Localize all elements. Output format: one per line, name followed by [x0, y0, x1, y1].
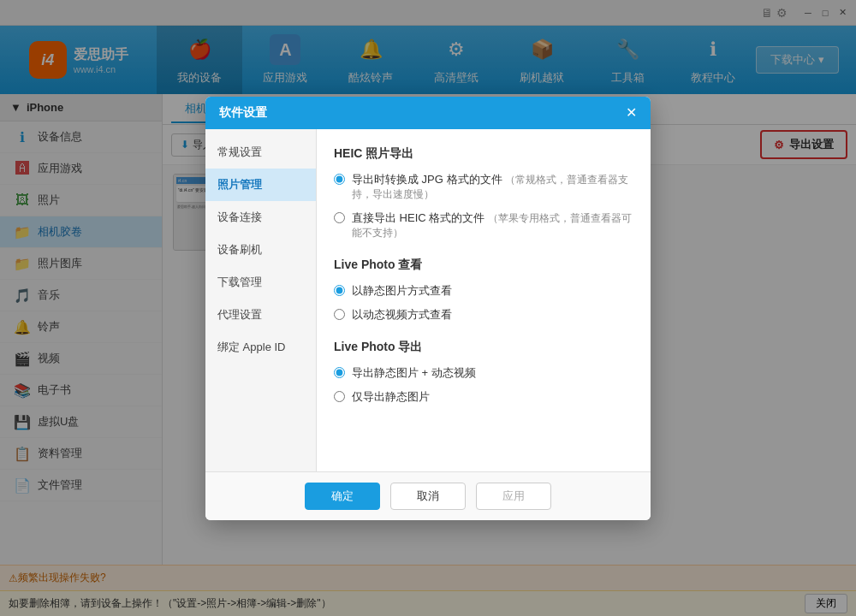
live-view-static[interactable]: 以静态图片方式查看 [334, 283, 633, 299]
live-view-static-label: 以静态图片方式查看 [352, 283, 452, 299]
modal-sidebar-device-connect[interactable]: 设备连接 [205, 201, 316, 234]
live-export-both-radio[interactable] [334, 367, 345, 378]
live-export-static-radio[interactable] [334, 391, 345, 402]
modal-content: HEIC 照片导出 导出时转换成 JPG 格式的文件 （常规格式，普通查看器支持… [317, 129, 651, 471]
heic-option-jpg[interactable]: 导出时转换成 JPG 格式的文件 （常规格式，普通查看器支持，导出速度慢） [334, 172, 633, 202]
modal-footer: 确定 取消 应用 [205, 471, 651, 520]
heic-heic-label: 直接导出 HEIC 格式的文件 （苹果专用格式，普通查看器可能不支持） [352, 210, 633, 240]
modal-title: 软件设置 [219, 105, 267, 121]
modal-sidebar-device-flash[interactable]: 设备刷机 [205, 234, 316, 266]
modal-overlay[interactable]: 软件设置 ✕ 常规设置 照片管理 设备连接 设备刷机 下载管理 代理设置 绑定 … [0, 0, 856, 616]
heic-section: HEIC 照片导出 导出时转换成 JPG 格式的文件 （常规格式，普通查看器支持… [334, 146, 633, 240]
live-view-dynamic-radio[interactable] [334, 309, 345, 320]
cancel-button[interactable]: 取消 [390, 483, 466, 510]
modal-sidebar-proxy[interactable]: 代理设置 [205, 299, 316, 331]
modal-sidebar-general[interactable]: 常规设置 [205, 136, 316, 169]
modal-sidebar: 常规设置 照片管理 设备连接 设备刷机 下载管理 代理设置 绑定 Apple I… [205, 129, 317, 471]
live-export-static[interactable]: 仅导出静态图片 [334, 389, 633, 405]
live-export-static-label: 仅导出静态图片 [352, 389, 430, 405]
live-export-both-label: 导出静态图片 + 动态视频 [352, 365, 476, 381]
modal-header: 软件设置 ✕ [205, 97, 651, 129]
live-view-radio-group: 以静态图片方式查看 以动态视频方式查看 [334, 283, 633, 323]
heic-option-heic[interactable]: 直接导出 HEIC 格式的文件 （苹果专用格式，普通查看器可能不支持） [334, 210, 633, 240]
live-export-both[interactable]: 导出静态图片 + 动态视频 [334, 365, 633, 381]
modal-sidebar-apple-id[interactable]: 绑定 Apple ID [205, 331, 316, 364]
modal-close-button[interactable]: ✕ [626, 106, 637, 120]
live-export-section: Live Photo 导出 导出静态图片 + 动态视频 仅导出静态图片 [334, 340, 633, 405]
live-view-title: Live Photo 查看 [334, 258, 633, 273]
heic-heic-radio[interactable] [334, 212, 345, 223]
live-export-title: Live Photo 导出 [334, 340, 633, 355]
live-view-dynamic[interactable]: 以动态视频方式查看 [334, 307, 633, 323]
apply-button[interactable]: 应用 [476, 483, 551, 510]
live-view-section: Live Photo 查看 以静态图片方式查看 以动态视频方式查看 [334, 258, 633, 323]
modal-sidebar-download-mgr[interactable]: 下载管理 [205, 266, 316, 299]
live-export-radio-group: 导出静态图片 + 动态视频 仅导出静态图片 [334, 365, 633, 405]
modal-sidebar-photo-mgr[interactable]: 照片管理 [205, 169, 316, 201]
modal-body: 常规设置 照片管理 设备连接 设备刷机 下载管理 代理设置 绑定 Apple I… [205, 129, 651, 471]
confirm-button[interactable]: 确定 [305, 483, 380, 510]
live-view-dynamic-label: 以动态视频方式查看 [352, 307, 452, 323]
heic-jpg-label: 导出时转换成 JPG 格式的文件 （常规格式，普通查看器支持，导出速度慢） [352, 172, 633, 202]
heic-radio-group: 导出时转换成 JPG 格式的文件 （常规格式，普通查看器支持，导出速度慢） 直接… [334, 172, 633, 240]
settings-modal: 软件设置 ✕ 常规设置 照片管理 设备连接 设备刷机 下载管理 代理设置 绑定 … [205, 97, 651, 520]
live-view-static-radio[interactable] [334, 285, 345, 296]
heic-section-title: HEIC 照片导出 [334, 146, 633, 162]
heic-jpg-radio[interactable] [334, 174, 345, 185]
